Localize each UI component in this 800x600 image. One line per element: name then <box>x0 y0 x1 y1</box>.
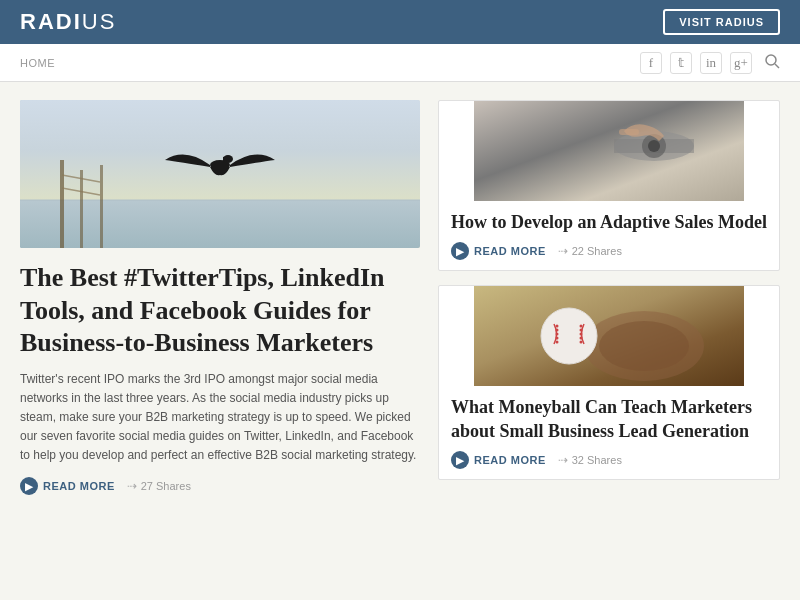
breadcrumb: HOME <box>20 57 55 69</box>
svg-point-26 <box>556 333 559 336</box>
share-icon: ⇢ <box>558 453 568 467</box>
svg-rect-12 <box>223 157 228 165</box>
article-card-1: How to Develop an Adaptive Sales Model ▶… <box>438 100 780 271</box>
search-icon[interactable] <box>764 53 780 73</box>
svg-rect-13 <box>474 101 744 201</box>
linkedin-icon[interactable]: in <box>700 52 722 74</box>
featured-image <box>20 100 420 248</box>
social-icons: f 𝕥 in g+ <box>640 52 780 74</box>
svg-point-29 <box>580 325 583 328</box>
featured-read-more-button[interactable]: ▶ READ MORE <box>20 477 115 495</box>
share-icon: ⇢ <box>558 244 568 258</box>
article-2-read-more-button[interactable]: ▶ READ MORE <box>451 451 546 469</box>
shares-count: 22 Shares <box>572 245 622 257</box>
article-card-2: What Moneyball Can Teach Marketers about… <box>438 285 780 480</box>
article-2-shares: ⇢ 32 Shares <box>558 453 622 467</box>
read-more-arrow-icon: ▶ <box>20 477 38 495</box>
logo: RADIUS <box>20 9 116 35</box>
featured-title: The Best #TwitterTips, LinkedIn Tools, a… <box>20 262 420 360</box>
featured-article: The Best #TwitterTips, LinkedIn Tools, a… <box>20 100 420 582</box>
article-1-body: How to Develop an Adaptive Sales Model ▶… <box>439 201 779 270</box>
read-more-label: READ MORE <box>474 454 546 466</box>
svg-point-24 <box>556 325 559 328</box>
visit-radius-button[interactable]: VISIT RADIUS <box>663 9 780 35</box>
svg-rect-18 <box>619 129 639 135</box>
svg-point-32 <box>580 337 583 340</box>
share-icon: ⇢ <box>127 479 137 493</box>
article-list: How to Develop an Adaptive Sales Model ▶… <box>438 100 780 582</box>
svg-line-1 <box>775 64 779 68</box>
svg-point-33 <box>580 341 583 344</box>
read-more-arrow-icon: ▶ <box>451 242 469 260</box>
svg-point-27 <box>556 337 559 340</box>
svg-rect-6 <box>80 170 83 248</box>
svg-rect-7 <box>100 165 103 248</box>
article-1-title: How to Develop an Adaptive Sales Model <box>451 211 767 234</box>
svg-rect-5 <box>60 160 64 248</box>
nav-bar: HOME f 𝕥 in g+ <box>0 44 800 82</box>
featured-excerpt: Twitter's recent IPO marks the 3rd IPO a… <box>20 370 420 466</box>
article-1-shares: ⇢ 22 Shares <box>558 244 622 258</box>
article-2-body: What Moneyball Can Teach Marketers about… <box>439 386 779 479</box>
facebook-icon[interactable]: f <box>640 52 662 74</box>
svg-point-30 <box>580 329 583 332</box>
shares-count: 27 Shares <box>141 480 191 492</box>
article-1-read-more-row: ▶ READ MORE ⇢ 22 Shares <box>451 242 767 260</box>
svg-point-31 <box>580 333 583 336</box>
featured-read-more-row: ▶ READ MORE ⇢ 27 Shares <box>20 477 420 495</box>
twitter-icon[interactable]: 𝕥 <box>670 52 692 74</box>
featured-shares: ⇢ 27 Shares <box>127 479 191 493</box>
shares-count: 32 Shares <box>572 454 622 466</box>
article-2-title: What Moneyball Can Teach Marketers about… <box>451 396 767 443</box>
article-2-read-more-row: ▶ READ MORE ⇢ 32 Shares <box>451 451 767 469</box>
read-more-arrow-icon: ▶ <box>451 451 469 469</box>
googleplus-icon[interactable]: g+ <box>730 52 752 74</box>
svg-point-25 <box>556 329 559 332</box>
svg-point-0 <box>766 55 776 65</box>
read-more-label: READ MORE <box>474 245 546 257</box>
article-1-image <box>439 101 779 201</box>
main-content: The Best #TwitterTips, LinkedIn Tools, a… <box>0 82 800 600</box>
svg-point-17 <box>648 140 660 152</box>
svg-point-28 <box>556 341 559 344</box>
article-2-image <box>439 286 779 386</box>
svg-point-21 <box>599 321 689 371</box>
header: RADIUS VISIT RADIUS <box>0 0 800 44</box>
read-more-label: READ MORE <box>43 480 115 492</box>
article-1-read-more-button[interactable]: ▶ READ MORE <box>451 242 546 260</box>
